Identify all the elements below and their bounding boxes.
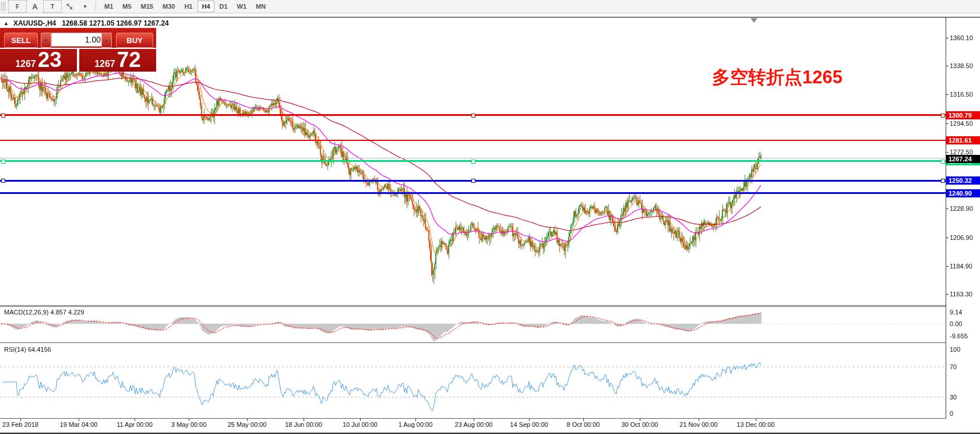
- time-tick-mark: [415, 419, 416, 421]
- time-tick-mark: [189, 419, 189, 421]
- rsi-indicator-label: RSI(14) 64.4156: [4, 346, 51, 353]
- time-tick-mark: [699, 419, 699, 421]
- price-tick-label: 1338.50: [950, 62, 973, 69]
- pane-separator[interactable]: [0, 305, 946, 306]
- hline-price-label: 1240.90: [946, 189, 980, 197]
- toolbar: F A T ⤡ ▾ M1M5M15M30H1H4D1W1MN: [0, 0, 980, 13]
- price-tick-label: 1228.90: [950, 205, 973, 212]
- buy-price-display[interactable]: 1267 72: [79, 48, 156, 73]
- line-selection-handle[interactable]: [471, 160, 475, 164]
- macd-indicator-pane[interactable]: [0, 307, 946, 342]
- chart-shift-marker-icon[interactable]: [750, 18, 757, 23]
- price-tick-mark: [946, 294, 949, 295]
- price-tick-label: 1316.50: [950, 91, 973, 98]
- price-tick-label: 1206.90: [950, 234, 973, 241]
- sell-price-display[interactable]: 1267 23: [0, 48, 77, 73]
- time-tick-mark: [247, 419, 248, 421]
- time-tick-mark: [304, 419, 304, 421]
- rsi-axis-label: 70: [950, 363, 957, 370]
- time-axis-label: 8 Oct 00:00: [567, 421, 600, 428]
- line-selection-handle[interactable]: [941, 160, 945, 164]
- price-tick-mark: [946, 152, 949, 153]
- buy-price-major: 1267: [94, 59, 115, 69]
- time-tick-mark: [79, 419, 79, 421]
- timeframe-mn-button[interactable]: MN: [252, 1, 270, 12]
- hline-price-label: 1250.32: [946, 176, 980, 185]
- line-selection-handle[interactable]: [1, 179, 5, 183]
- price-tick-label: 1294.50: [950, 120, 973, 127]
- line-selection-handle[interactable]: [471, 114, 475, 118]
- time-axis-label: 13 Dec 00:00: [736, 421, 774, 428]
- rsi-axis-label: 100: [950, 346, 960, 353]
- text-icon[interactable]: T: [43, 0, 62, 13]
- volume-decrease-button[interactable]: ▾: [41, 33, 51, 48]
- arrows-icon[interactable]: ⤡: [62, 1, 77, 12]
- price-tick-mark: [946, 38, 949, 38]
- timeframe-w1-button[interactable]: W1: [233, 1, 251, 12]
- hline-price-label: 1300.79: [946, 111, 980, 119]
- timeframe-d1-button[interactable]: D1: [216, 1, 232, 12]
- time-axis-label: 19 Mar 04:00: [60, 421, 98, 428]
- sell-button[interactable]: SELL: [4, 33, 38, 48]
- volume-input[interactable]: [51, 33, 104, 47]
- time-tick-mark: [756, 419, 756, 421]
- timeframe-m5-button[interactable]: M5: [118, 1, 135, 12]
- rsi-indicator-pane[interactable]: [0, 344, 946, 418]
- macd-axis-label: 0.00: [950, 320, 962, 327]
- line-selection-handle[interactable]: [941, 179, 945, 183]
- pane-separator[interactable]: [0, 306, 946, 307]
- timeframe-m30-button[interactable]: M30: [158, 1, 179, 12]
- current-price-label: 1267.24: [946, 155, 980, 163]
- chart-ohlc-values: 1268.58 1271.05 1266.97 1267.24: [62, 19, 169, 27]
- timeframe-h1-button[interactable]: H1: [180, 1, 196, 12]
- price-tick-mark: [946, 123, 949, 124]
- horizontal-line-1281.61[interactable]: [0, 140, 946, 141]
- timeframe-m15-button[interactable]: M15: [137, 1, 157, 12]
- sell-price-pips: 23: [38, 49, 62, 71]
- time-tick-mark: [640, 419, 640, 421]
- horizontal-line-1240.90[interactable]: [0, 192, 946, 194]
- time-tick-mark: [529, 419, 530, 421]
- timeframe-h4-button[interactable]: H4: [198, 1, 214, 12]
- fibonacci-icon[interactable]: F: [8, 0, 27, 13]
- chart-title-row: ▲ XAUUSD-,H4 1268.58 1271.05 1266.97 126…: [3, 19, 169, 27]
- time-axis-label: 1 Aug 00:00: [399, 421, 433, 428]
- price-tick-label: 1163.30: [950, 291, 972, 298]
- pane-separator[interactable]: [0, 342, 946, 343]
- macd-axis-label: -9.655: [950, 333, 968, 339]
- time-axis-label: 10 Jul 00:00: [343, 421, 378, 428]
- window-bottom-frame: [0, 433, 980, 434]
- time-tick-mark: [20, 419, 21, 421]
- toolbar-grip[interactable]: [1, 2, 6, 11]
- hline-price-label: 1281.61: [946, 136, 980, 144]
- line-selection-handle[interactable]: [1, 160, 5, 164]
- toolbar-separator: [96, 2, 96, 11]
- buy-button[interactable]: BUY: [116, 33, 153, 48]
- price-tick-mark: [946, 94, 949, 95]
- rsi-axis-label: 30: [950, 394, 957, 401]
- line-selection-handle[interactable]: [941, 114, 945, 118]
- macd-axis-label: 9.14: [950, 309, 962, 316]
- price-axis-border: [946, 17, 946, 419]
- time-axis-label: 23 Feb 2018: [2, 421, 38, 428]
- timeframe-m1-button[interactable]: M1: [100, 1, 117, 12]
- one-click-collapse-icon[interactable]: ▲: [3, 20, 9, 26]
- volume-increase-button[interactable]: ▴: [101, 33, 112, 48]
- time-tick-mark: [360, 419, 361, 421]
- macd-indicator-label: MACD(12,26,9) 4.857 4.229: [4, 309, 84, 316]
- time-axis-label: 25 May 00:00: [228, 421, 267, 428]
- line-selection-handle[interactable]: [1, 114, 5, 118]
- chart-symbol-title: XAUUSD-,H4: [13, 19, 56, 27]
- line-selection-handle[interactable]: [471, 179, 475, 183]
- time-axis-label: 21 Nov 00:00: [679, 421, 717, 428]
- text-label-icon[interactable]: A: [27, 1, 43, 12]
- sell-price-major: 1267: [15, 59, 36, 69]
- one-click-trading-panel: SELL ▾ ▴ BUY 1267 23 1267 72: [0, 28, 156, 72]
- horizontal-line-gray[interactable]: [0, 158, 946, 158]
- price-tick-label: 1184.90: [950, 263, 972, 270]
- arrows-dropdown-icon[interactable]: ▾: [78, 1, 92, 12]
- rsi-axis-label: 0: [950, 410, 953, 417]
- price-tick-mark: [946, 66, 949, 66]
- chart-annotation-text: 多空转折点1265: [712, 65, 842, 90]
- time-tick-mark: [474, 419, 474, 421]
